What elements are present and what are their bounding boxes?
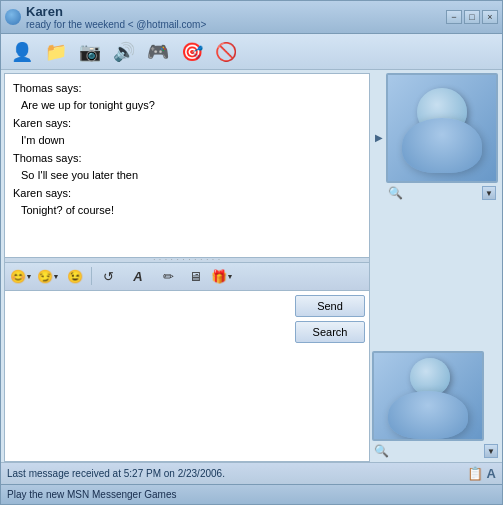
contact-status: ready for the weekend < @hotmail.com> <box>26 19 206 30</box>
avatar-body <box>402 118 482 173</box>
right-panel: ▶ 🔍 ▼ <box>372 70 502 462</box>
status-icons: 📋 A <box>467 466 496 481</box>
status-message: Last message received at 5:27 PM on 2/23… <box>7 468 225 479</box>
message-2: Karen says: I'm down <box>13 115 361 148</box>
wink-dropdown[interactable]: 😉 <box>63 265 87 287</box>
activities-icon[interactable]: 🎯 <box>177 38 207 66</box>
voice-chat-icon[interactable]: 🔊 <box>109 38 139 66</box>
message-text-4: Tonight? of course! <box>13 202 361 219</box>
font-size-icon[interactable]: A <box>487 466 496 481</box>
maximize-button[interactable]: □ <box>464 10 480 24</box>
input-section: Send Search <box>5 291 369 462</box>
self-avatar-search-icon[interactable]: 🔍 <box>374 444 389 458</box>
main-window: Karen ready for the weekend < @hotmail.c… <box>0 0 503 505</box>
gift-dropdown[interactable]: 🎁▼ <box>210 265 234 287</box>
message-input[interactable] <box>5 291 291 462</box>
title-bar: Karen ready for the weekend < @hotmail.c… <box>1 1 502 34</box>
sender-karen-2: Karen says: <box>13 185 361 202</box>
bottom-bar-text: Play the new MSN Messenger Games <box>7 489 177 500</box>
webcam-icon[interactable]: 📷 <box>75 38 105 66</box>
sender-thomas-1: Thomas says: <box>13 80 361 97</box>
avatar-controls: 🔍 ▼ <box>386 185 498 201</box>
format-toolbar: 😊▼ 😏▼ 😉 ↺ A ✏ 🖥 🎁▼ <box>5 263 369 291</box>
add-contact-icon[interactable]: 👤 <box>7 38 37 66</box>
font-icon[interactable]: A <box>123 265 153 287</box>
send-file-icon[interactable]: 📁 <box>41 38 71 66</box>
chat-messages: Thomas says: Are we up for tonight guys?… <box>5 74 369 257</box>
avatar-search-icon[interactable]: 🔍 <box>388 186 403 200</box>
main-content: Thomas says: Are we up for tonight guys?… <box>1 70 502 462</box>
sender-karen-1: Karen says: <box>13 115 361 132</box>
message-1: Thomas says: Are we up for tonight guys? <box>13 80 361 113</box>
self-avatar-container: 🔍 ▼ <box>372 351 500 459</box>
action-buttons: Send Search <box>291 291 369 462</box>
message-text-3: So I'll see you later then <box>13 167 361 184</box>
search-button[interactable]: Search <box>295 321 365 343</box>
format-sep-1 <box>91 267 92 285</box>
main-toolbar: 👤 📁 📷 🔊 🎮 🎯 🚫 <box>1 34 502 70</box>
games-icon[interactable]: 🎮 <box>143 38 173 66</box>
status-bar: Last message received at 5:27 PM on 2/23… <box>1 462 502 484</box>
minimize-button[interactable]: − <box>446 10 462 24</box>
top-avatar-container: 🔍 ▼ <box>386 73 498 201</box>
contact-avatar <box>386 73 498 183</box>
title-text: Karen ready for the weekend < @hotmail.c… <box>26 4 206 30</box>
contact-name: Karen <box>26 4 206 19</box>
self-avatar-controls: 🔍 ▼ <box>372 443 500 459</box>
avatar-figure <box>402 83 482 173</box>
block-icon[interactable]: 🚫 <box>211 38 241 66</box>
close-button[interactable]: × <box>482 10 498 24</box>
emoticon-dropdown[interactable]: 😏▼ <box>36 265 60 287</box>
pen-icon[interactable]: ✏ <box>156 265 180 287</box>
self-avatar-dropdown-btn[interactable]: ▼ <box>484 444 498 458</box>
undo-icon[interactable]: ↺ <box>96 265 120 287</box>
self-avatar-body <box>388 391 468 439</box>
message-3: Thomas says: So I'll see you later then <box>13 150 361 183</box>
avatar-dropdown-btn[interactable]: ▼ <box>482 186 496 200</box>
right-arrow-icon[interactable]: ▶ <box>372 73 386 201</box>
right-spacer <box>372 201 500 351</box>
top-avatar-row: ▶ 🔍 ▼ <box>372 73 500 201</box>
self-avatar <box>372 351 484 441</box>
message-text-2: I'm down <box>13 132 361 149</box>
message-4: Karen says: Tonight? of course! <box>13 185 361 218</box>
app-icon <box>5 9 21 25</box>
emoji-dropdown[interactable]: 😊▼ <box>9 265 33 287</box>
title-bar-left: Karen ready for the weekend < @hotmail.c… <box>5 4 206 30</box>
clipboard-icon[interactable]: 📋 <box>467 466 483 481</box>
sender-thomas-2: Thomas says: <box>13 150 361 167</box>
bottom-bar: Play the new MSN Messenger Games <box>1 484 502 504</box>
nudge-icon[interactable]: 🖥 <box>183 265 207 287</box>
message-text-1: Are we up for tonight guys? <box>13 97 361 114</box>
window-controls: − □ × <box>446 10 498 24</box>
send-button[interactable]: Send <box>295 295 365 317</box>
